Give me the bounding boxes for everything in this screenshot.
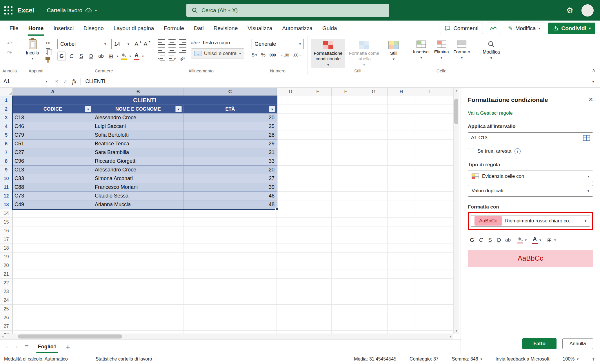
cell-A22[interactable] — [13, 279, 93, 287]
cell-I26[interactable] — [415, 313, 443, 322]
cell-A14[interactable] — [13, 209, 93, 218]
tab-disegno[interactable]: Disegno — [79, 21, 109, 36]
cell-I8[interactable] — [415, 157, 443, 166]
cell-A15[interactable] — [13, 218, 93, 226]
row-header-9[interactable]: 9 — [0, 166, 13, 174]
row-header-3[interactable]: 3 — [0, 114, 13, 122]
number-format-select[interactable]: Generale ▾ — [252, 39, 304, 49]
scroll-right-icon[interactable]: ▸ — [450, 335, 452, 339]
cell-I3[interactable] — [415, 114, 443, 122]
cell-D3[interactable] — [277, 114, 304, 122]
cell-E28[interactable] — [304, 331, 332, 334]
cell-D12[interactable] — [277, 192, 304, 200]
table-cell[interactable]: C51 — [13, 140, 93, 148]
cell-I25[interactable] — [415, 305, 443, 313]
cell-I16[interactable] — [415, 226, 443, 235]
cell-F3[interactable] — [332, 114, 360, 122]
cell-F1[interactable] — [332, 96, 360, 105]
cell-F5[interactable] — [332, 131, 360, 140]
cancel-button[interactable]: Annulla — [562, 338, 593, 349]
cell-F8[interactable] — [332, 157, 360, 166]
cell-E25[interactable] — [304, 305, 332, 313]
cell-G28[interactable] — [360, 331, 388, 334]
cell-D9[interactable] — [277, 166, 304, 174]
cell-E14[interactable] — [304, 209, 332, 218]
cell-E5[interactable] — [304, 131, 332, 140]
cell-H18[interactable] — [388, 244, 415, 253]
strikethrough-button[interactable]: ab — [97, 52, 105, 61]
cell-I14[interactable] — [415, 209, 443, 218]
decrease-font-button[interactable]: A▾ — [143, 41, 150, 47]
expand-formula-bar-button[interactable]: ▾ — [592, 79, 600, 84]
cell-B18[interactable] — [93, 244, 183, 253]
cell-D17[interactable] — [277, 235, 304, 244]
cell-G3[interactable] — [360, 114, 388, 122]
row-header-22[interactable]: 22 — [0, 279, 13, 287]
avatar[interactable] — [581, 4, 594, 17]
fill-color-button[interactable] — [120, 53, 128, 60]
cell-C14[interactable] — [183, 209, 277, 218]
cell-C15[interactable] — [183, 218, 277, 226]
workbook-name[interactable]: Cartella lavoro ▾ — [47, 7, 97, 14]
cell-G20[interactable] — [360, 261, 388, 270]
fill-color-button[interactable] — [516, 237, 524, 244]
cell-E10[interactable] — [304, 174, 332, 183]
cell-G25[interactable] — [360, 305, 388, 313]
cell-I28[interactable] — [415, 331, 443, 334]
cell-D23[interactable] — [277, 287, 304, 296]
cell-D20[interactable] — [277, 261, 304, 270]
cell-G2[interactable] — [360, 105, 388, 114]
tab-layout-di-pagina[interactable]: Layout di pagina — [109, 21, 159, 36]
cell-H24[interactable] — [388, 296, 415, 305]
align-left-button[interactable] — [158, 47, 165, 53]
app-launcher-button[interactable] — [0, 0, 17, 21]
filter-button-età[interactable]: ▾ — [269, 106, 275, 112]
merge-center-button[interactable]: ↔ Unisci e centra ▾ — [191, 48, 244, 58]
cell-D11[interactable] — [277, 183, 304, 192]
column-header-H[interactable]: H — [388, 88, 415, 96]
format-painter-button[interactable] — [46, 57, 50, 60]
share-button[interactable]: Condividi ▾ — [548, 23, 595, 34]
cell-H8[interactable] — [388, 157, 415, 166]
row-header-26[interactable]: 26 — [0, 313, 13, 322]
cell-I20[interactable] — [415, 261, 443, 270]
all-sheets-icon[interactable]: ≡ — [25, 343, 29, 351]
delete-cells-button[interactable]: Elimina ▾ — [432, 39, 451, 59]
table-cell[interactable]: C27 — [13, 148, 93, 157]
cell-A25[interactable] — [13, 305, 93, 313]
cell-H16[interactable] — [388, 226, 415, 235]
cell-I2[interactable] — [415, 105, 443, 114]
cell-F17[interactable] — [332, 235, 360, 244]
cell-D21[interactable] — [277, 270, 304, 279]
row-header-10[interactable]: 10 — [0, 174, 13, 183]
cell-E21[interactable] — [304, 270, 332, 279]
horizontal-scroll-thumb[interactable] — [18, 334, 122, 339]
cut-button[interactable]: ✂ — [46, 41, 50, 46]
cell-E19[interactable] — [304, 253, 332, 261]
search-box[interactable]: Cerca (Alt + X) — [186, 4, 389, 17]
orientation-button[interactable]: ab — [179, 55, 186, 62]
cell-F13[interactable] — [332, 200, 360, 209]
sheet-tab-foglio1[interactable]: Foglio1 — [33, 340, 62, 354]
cell-A24[interactable] — [13, 296, 93, 305]
select-all-corner[interactable] — [0, 88, 13, 96]
comments-button[interactable]: Commenti — [440, 23, 483, 34]
row-header-7[interactable]: 7 — [0, 148, 13, 157]
format-style-dropdown[interactable]: AaBbCc Riempimento rosso chiaro co... ▾ — [471, 215, 590, 227]
table-cell[interactable]: Alessandro Croce — [93, 114, 183, 122]
filter-button-codice[interactable]: ▾ — [85, 106, 91, 112]
cell-F18[interactable] — [332, 244, 360, 253]
cell-G1[interactable] — [360, 96, 388, 105]
cell-E11[interactable] — [304, 183, 332, 192]
cell-D14[interactable] — [277, 209, 304, 218]
filter-button-nome-e-cognome[interactable]: ▾ — [175, 106, 182, 112]
cell-D28[interactable] — [277, 331, 304, 334]
table-cell[interactable]: Francesco Moriani — [93, 183, 183, 192]
cell-G22[interactable] — [360, 279, 388, 287]
cell-C17[interactable] — [183, 235, 277, 244]
row-header-19[interactable]: 19 — [0, 253, 13, 261]
cell-I5[interactable] — [415, 131, 443, 140]
cell-C22[interactable] — [183, 279, 277, 287]
cell-E15[interactable] — [304, 218, 332, 226]
cell-G19[interactable] — [360, 253, 388, 261]
